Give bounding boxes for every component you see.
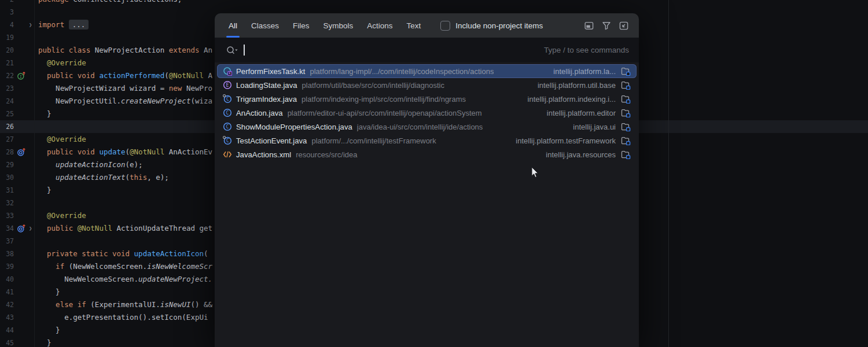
result-module: intellij.java.resources [540,150,616,159]
line-number: 44 [0,324,14,337]
module-folder-icon [621,67,631,76]
result-module: intellij.java.ui [567,123,616,131]
class-final-icon: C [223,94,232,104]
result-row[interactable]: CTestActionEvent.javaplatform/.../com/in… [217,134,637,147]
pin-window-icon[interactable] [584,21,594,31]
implements-gutter-icon[interactable]: I [17,71,26,80]
result-path: platform/editor-ui-api/src/com/intellij/… [288,109,482,117]
code-text: else if (ExperimentalUI.isNewUI() && [38,298,212,311]
code-text: e.getPresentation().setIcon(ExpUi [38,311,208,324]
line-number: 42 [0,298,14,311]
search-everywhere-tabbar: AllClassesFilesSymbolsActionsText Includ… [215,13,639,38]
search-icon [226,45,238,56]
result-row[interactable]: CAnAction.javaplatform/editor-ui-api/src… [217,106,637,120]
result-module: intellij.platform.indexing.i... [522,95,616,104]
svg-text:K: K [229,71,231,76]
line-number: 19 [0,31,14,44]
tab-classes[interactable]: Classes [251,13,279,38]
code-text: public class NewProjectAction extends An [38,44,212,57]
text-caret [244,45,245,56]
code-text: updateActionIcon(e); [38,158,143,171]
header-icons [584,21,628,31]
result-row[interactable]: JavaActions.xmlresources/src/ideaintelli… [217,147,637,161]
module-folder-icon [621,136,631,145]
line-number: 20 [0,44,14,57]
line-number: 43 [0,311,14,324]
overrides-gutter-icon[interactable] [17,224,26,233]
line-number: 31 [0,184,14,197]
include-non-project-label: Include non-project items [455,21,543,30]
code-text: NewProjectWizard wizard = new NewPro [38,82,212,95]
result-module: intellij.platform.editor [541,109,616,117]
fold-arrow-icon[interactable]: ❯ [29,222,32,235]
code-text: @Override [38,209,86,222]
open-in-tool-window-icon[interactable] [619,21,628,31]
line-number: 25 [0,108,14,120]
result-filename: LoadingState.java [236,81,297,90]
svg-text:C: C [226,97,229,102]
module-folder-icon [621,122,631,131]
line-number: 24 [0,95,14,108]
code-text: } [38,337,52,347]
class-icon: C [223,108,232,117]
code-text: public @NotNull ActionUpdateThread get [38,222,212,235]
code-text: NewProjectUtil.createNewProject(wiza [38,95,212,108]
tab-all[interactable]: All [229,13,237,38]
line-number: 22 [0,69,14,82]
line-number: 26 [0,120,14,133]
code-text: NewWelcomeScreen.updateNewProject. [38,273,212,286]
result-module: intellij.platform.util.base [532,81,616,90]
line-number: 33 [0,209,14,222]
line-number: 23 [0,82,14,95]
line-number: 3 [0,6,14,19]
code-text: package com.intellij.ide.actions; [38,0,182,6]
code-text: @Override [38,133,86,146]
tab-actions[interactable]: Actions [367,13,392,38]
tab-symbols[interactable]: Symbols [323,13,354,38]
search-field[interactable]: Type / to see commands [215,38,639,62]
line-number: 32 [0,197,14,209]
line-number: 30 [0,171,14,184]
result-row[interactable]: ELoadingState.javaplatform/util/base/src… [217,78,637,92]
line-number: 34 [0,222,14,235]
code-line[interactable]: 2package com.intellij.ide.actions; [0,0,868,6]
line-number: 45 [0,337,14,347]
result-path: platform/util/base/src/com/intellij/diag… [302,81,444,90]
code-text: @Override [38,57,86,69]
overrides-gutter-icon[interactable] [17,147,26,157]
result-path: platform/indexing-impl/src/com/intellij/… [301,95,466,104]
filter-icon[interactable] [601,21,611,31]
result-row[interactable]: CShowModulePropertiesAction.javajava/ide… [217,120,637,134]
result-path: resources/src/idea [296,150,357,159]
mouse-cursor [531,167,539,179]
line-number: 21 [0,57,14,69]
fold-arrow-icon[interactable]: ❯ [29,19,32,31]
result-filename: PerformFixesTask.kt [236,67,305,76]
svg-text:C: C [226,124,229,130]
search-placeholder: Type / to see commands [544,46,629,54]
class-final-icon: C [223,136,232,145]
include-non-project-option[interactable]: Include non-project items [440,21,543,31]
code-text: } [38,324,60,337]
search-tabs: AllClassesFilesSymbolsActionsText [229,13,421,38]
tab-files[interactable]: Files [293,13,310,38]
line-number: 38 [0,248,14,260]
result-filename: TestActionEvent.java [236,136,307,145]
tab-text[interactable]: Text [407,13,421,38]
include-non-project-checkbox[interactable] [440,21,450,31]
result-row[interactable]: KPerformFixesTask.ktplatform/lang-impl/.… [217,64,637,78]
svg-text:E: E [226,83,229,88]
module-folder-icon [621,80,631,90]
result-path: platform/.../com/intellij/testFramework [311,136,436,145]
module-folder-icon [621,150,631,159]
search-everywhere-dialog: AllClassesFilesSymbolsActionsText Includ… [215,13,639,347]
svg-text:I: I [20,75,22,79]
line-number: 4 [0,19,14,31]
code-text: public void actionPerformed(@NotNull A [38,69,212,82]
enum-icon: E [223,80,232,90]
search-results-list: KPerformFixesTask.ktplatform/lang-impl/.… [215,62,639,347]
result-row[interactable]: CTrigramIndex.javaplatform/indexing-impl… [217,92,637,106]
code-text: } [38,286,60,298]
result-path: platform/lang-impl/.../com/intellij/code… [310,67,494,76]
line-number: 2 [0,0,14,6]
